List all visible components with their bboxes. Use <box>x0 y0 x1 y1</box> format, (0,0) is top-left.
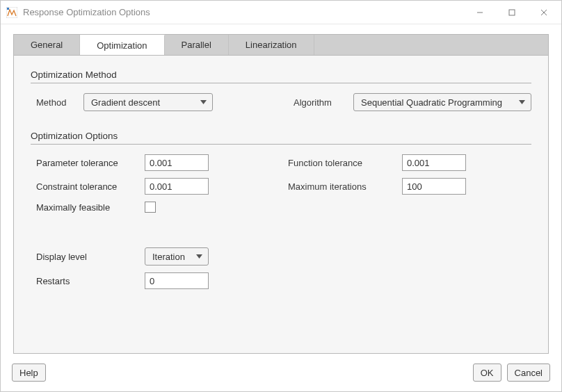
algorithm-label: Algorithm <box>294 97 344 108</box>
display-level-label: Display level <box>31 252 135 262</box>
divider <box>31 83 531 83</box>
close-button[interactable] <box>528 2 560 23</box>
chevron-down-icon <box>200 100 207 104</box>
method-label: Method <box>31 97 74 108</box>
param-tol-label: Parameter tolerance <box>31 158 135 168</box>
max-iter-input[interactable] <box>402 178 466 195</box>
section-title-options: Optimization Options <box>31 131 531 141</box>
content-area: General Optimization Parallel Linearizat… <box>1 24 561 366</box>
titlebar: Response Optimization Options <box>1 1 561 24</box>
algorithm-dropdown[interactable]: Sequential Quadratic Programming <box>353 93 531 111</box>
display-level-dropdown[interactable]: Iteration <box>145 247 209 266</box>
maximize-button[interactable] <box>496 2 528 23</box>
help-button[interactable]: Help <box>12 364 46 382</box>
param-tol-input[interactable] <box>145 154 209 171</box>
section-title-method: Optimization Method <box>31 70 531 80</box>
button-bar: Help OK Cancel <box>12 364 550 382</box>
app-icon <box>6 7 17 18</box>
svg-marker-6 <box>200 100 207 104</box>
tabstrip: General Optimization Parallel Linearizat… <box>13 34 549 55</box>
tab-body-optimization: Optimization Method Method Gradient desc… <box>13 55 549 354</box>
svg-marker-7 <box>519 100 525 104</box>
algorithm-dropdown-value: Sequential Quadratic Programming <box>361 97 502 108</box>
constr-tol-input[interactable] <box>145 178 209 195</box>
cancel-button[interactable]: Cancel <box>507 364 550 382</box>
method-dropdown-value: Gradient descent <box>91 97 160 108</box>
tab-linearization[interactable]: Linearization <box>229 35 314 55</box>
divider <box>31 144 531 145</box>
svg-rect-1 <box>7 8 9 10</box>
restarts-label: Restarts <box>31 276 135 286</box>
row-method: Method Gradient descent Algorithm Sequen… <box>31 93 531 111</box>
tab-optimization[interactable]: Optimization <box>80 35 164 55</box>
chevron-down-icon <box>196 254 202 259</box>
func-tol-input[interactable] <box>402 154 466 171</box>
max-iter-label: Maximum iterations <box>288 181 392 192</box>
constr-tol-label: Constraint tolerance <box>31 181 135 192</box>
max-feasible-label: Maximally feasible <box>31 202 135 213</box>
max-feasible-checkbox[interactable] <box>145 202 156 213</box>
display-level-value: Iteration <box>152 252 185 262</box>
svg-rect-3 <box>509 10 515 15</box>
window-title: Response Optimization Options <box>23 7 150 17</box>
method-dropdown[interactable]: Gradient descent <box>83 93 213 111</box>
tab-general[interactable]: General <box>14 35 80 55</box>
ok-button[interactable]: OK <box>473 364 501 382</box>
minimize-button[interactable] <box>464 2 496 23</box>
chevron-down-icon <box>519 100 525 104</box>
tab-parallel[interactable]: Parallel <box>165 35 229 55</box>
options-grid: Parameter tolerance Constraint tolerance… <box>31 154 531 220</box>
func-tol-label: Function tolerance <box>288 158 392 168</box>
restarts-input[interactable] <box>145 272 209 289</box>
svg-marker-8 <box>196 254 202 259</box>
